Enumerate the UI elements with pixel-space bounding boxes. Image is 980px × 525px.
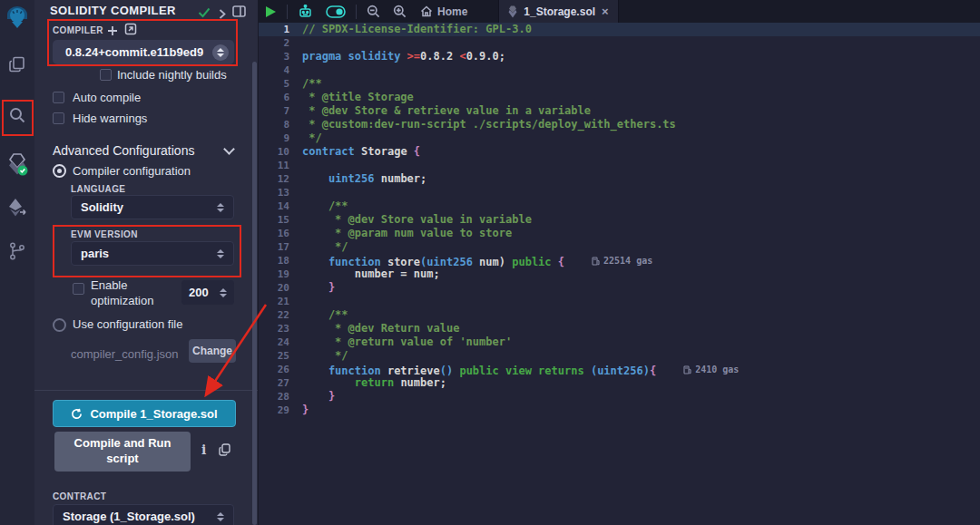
code-line-15[interactable]: 15 * @dev Store value in variable [259,213,980,227]
copy-icon[interactable] [219,443,230,460]
config-file-name: compiler_config.json [71,347,179,361]
code-line-8[interactable]: 8 * @custom:dev-run-script ./scripts/dep… [259,118,980,131]
line-number: 15 [259,213,302,227]
line-number: 22 [259,308,302,322]
code-line-12[interactable]: 12 uint256 number; [259,172,980,186]
tab-1-storage-sol[interactable]: 1_Storage.sol × [498,0,618,23]
add-compiler-icon[interactable] [107,24,118,40]
hide-warnings-checkbox[interactable] [53,112,64,124]
line-number: 29 [259,403,302,417]
gas-estimate-badge: 2410 gas [683,363,739,376]
toolbar-divider [287,5,288,19]
change-config-button[interactable]: Change [189,339,236,363]
code-line-23[interactable]: 23 * @dev Return value [259,322,980,335]
info-icon[interactable]: i [201,442,206,457]
solidity-compiler-panel: SOLIDITY COMPILER COMPILER 0.8.24+commit… [34,0,258,525]
evm-version-select[interactable]: paris [71,241,234,266]
chevron-down-icon[interactable] [223,143,235,155]
line-number: 21 [259,295,302,308]
line-number: 1 [259,23,302,36]
contract-value: Storage (1_Storage.sol) [63,510,195,523]
code-line-24[interactable]: 24 * @return value of 'number' [259,335,980,349]
code-line-28[interactable]: 28 } [259,390,980,403]
code-line-7[interactable]: 7 * @dev Store & retrieve value in a var… [259,104,980,118]
contract-label: CONTRACT [53,491,106,501]
language-stepper-icon [217,203,224,212]
use-configuration-file-radio[interactable] [53,318,66,332]
code-line-22[interactable]: 22 /** [259,308,980,322]
code-line-13[interactable]: 13 [259,186,980,199]
code-line-21[interactable]: 21 [259,295,980,308]
remix-logo-icon[interactable] [0,0,34,36]
activity-bar [0,0,34,525]
line-number: 8 [259,118,302,131]
compile-button[interactable]: Compile 1_Storage.sol [53,400,236,427]
code-line-20[interactable]: 20 } [259,281,980,295]
zoom-out-icon[interactable] [360,0,387,23]
compiled-check-icon [198,5,211,22]
ai-assistant-icon[interactable] [291,0,319,23]
compiler-version-stepper-icon [212,44,229,61]
compile-and-run-button[interactable]: Compile and Run script [54,432,191,472]
line-number: 6 [259,91,302,104]
line-number: 26 [259,363,302,376]
auto-compile-checkbox[interactable] [53,92,64,103]
code-line-18[interactable]: 18 function store(uint256 num) public {2… [259,254,980,267]
use-configuration-file-label: Use configuration file [73,317,182,331]
code-line-25[interactable]: 25 */ [259,349,980,363]
line-number: 3 [259,50,302,63]
code-line-26[interactable]: 26 function retrieve() public view retur… [259,363,980,376]
code-line-1[interactable]: 1// SPDX-License-Identifier: GPL-3.0 [259,23,980,36]
maximize-panel-icon[interactable] [232,5,246,21]
search-icon[interactable] [0,98,34,132]
code-line-3[interactable]: 3pragma solidity >=0.8.2 <0.9.0; [259,50,980,63]
panel-scrollbar[interactable] [252,62,257,525]
code-line-10[interactable]: 10contract Storage { [259,145,980,159]
line-number: 17 [259,240,302,254]
compile-button-label: Compile 1_Storage.sol [90,407,217,421]
code-line-14[interactable]: 14 /** [259,199,980,213]
nightly-builds-checkbox[interactable] [100,69,112,81]
compiler-configuration-radio[interactable] [53,164,66,178]
git-branch-icon[interactable] [0,234,34,268]
line-number: 14 [259,199,302,213]
code-line-29[interactable]: 29} [259,403,980,417]
contract-stepper-icon [217,512,224,521]
compiler-version-value: 0.8.24+commit.e11b9ed9 [65,45,203,59]
code-line-4[interactable]: 4 [259,63,980,77]
line-number: 4 [259,63,302,77]
enable-optimization-checkbox[interactable] [73,283,84,295]
run-script-icon[interactable] [259,0,283,23]
pin-panel-chevron-icon[interactable] [219,6,226,23]
code-line-27[interactable]: 27 return number; [259,376,980,390]
compiler-version-select[interactable]: 0.8.24+commit.e11b9ed9 [53,40,234,64]
code-line-2[interactable]: 2 [259,36,980,50]
home-icon [420,5,433,17]
code-line-19[interactable]: 19 number = num; [259,267,980,281]
code-line-6[interactable]: 6 * @title Storage [259,91,980,104]
line-number: 5 [259,77,302,91]
zoom-in-icon[interactable] [387,0,413,23]
refresh-icon [71,408,83,420]
line-number: 13 [259,186,302,199]
copilot-toggle-icon[interactable] [319,0,352,23]
solidity-compiler-icon[interactable] [0,147,34,181]
line-number: 18 [259,254,302,267]
open-compiler-icon[interactable] [124,23,137,39]
language-select[interactable]: Solidity [71,195,234,219]
file-explorer-icon[interactable] [0,47,34,82]
optimization-runs-input[interactable]: 200 [181,280,234,305]
code-line-11[interactable]: 11 [259,159,980,172]
line-number: 11 [259,159,302,172]
tab-close-icon[interactable]: × [602,5,609,18]
contract-select[interactable]: Storage (1_Storage.sol) [53,504,234,525]
home-tab[interactable]: Home [413,5,475,18]
advanced-configurations-title[interactable]: Advanced Configurations [53,143,194,158]
deploy-run-icon[interactable] [0,190,34,225]
runs-stepper-icon [220,288,227,297]
code-line-9[interactable]: 9 */ [259,131,980,145]
home-label: Home [437,5,467,18]
code-line-17[interactable]: 17 */ [259,240,980,254]
code-line-5[interactable]: 5/** [259,77,980,91]
code-line-16[interactable]: 16 * @param num value to store [259,227,980,240]
